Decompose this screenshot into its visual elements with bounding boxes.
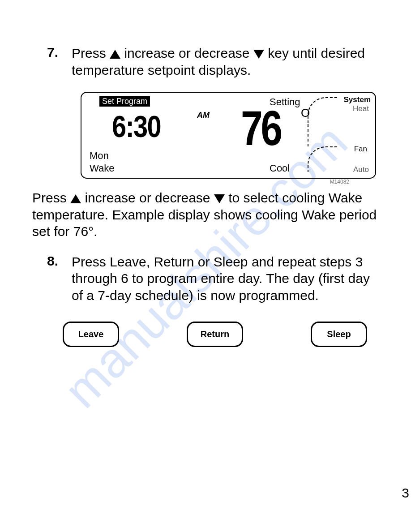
pointer-line-vert [308,124,308,146]
system-pointer-line [308,97,338,125]
sleep-button[interactable]: Sleep [311,322,367,347]
caption-a: Press [32,190,70,205]
step-8-number: 8. [27,253,72,304]
return-button[interactable]: Return [187,322,243,347]
period-label: Wake [90,163,114,174]
fan-label: Fan [354,145,367,154]
leave-button[interactable]: Leave [63,322,119,347]
cool-label: Cool [270,163,290,174]
step-7: 7. Press increase or decrease key until … [27,45,384,78]
auto-label: Auto [353,165,369,174]
lcd-screen: Set Program Setting System Heat Fan Auto… [81,92,376,179]
page-number: 3 [402,485,409,501]
system-label: System [344,95,371,104]
step-7-number: 7. [27,45,72,78]
ampm-label: AM [197,111,210,120]
step-8: 8. Press Leave, Return or Sleep and repe… [27,253,384,304]
day-label: Mon [90,150,109,162]
step-8-text: Press Leave, Return or Sleep and repeat … [72,253,384,304]
figure-id: M14082 [81,179,349,185]
time-value: 6:30 [112,109,161,144]
heat-label: Heat [353,104,369,113]
down-arrow-icon [253,50,264,59]
caption-text: Press increase or decrease to select coo… [32,189,384,240]
manual-page: 7. Press increase or decrease key until … [0,0,411,365]
temperature-value: 76 [241,103,280,153]
caption-b: increase or decrease [85,190,214,205]
down-arrow-icon [214,194,225,203]
up-arrow-icon [110,50,120,59]
period-buttons-row: Leave Return Sleep [63,322,367,347]
fan-pointer-line [308,146,338,172]
up-arrow-icon [70,194,81,203]
step7-text-b: increase or decrease [124,46,253,60]
step-7-text: Press increase or decrease key until des… [72,45,384,78]
set-program-badge: Set Program [99,96,150,107]
thermostat-display-figure: Set Program Setting System Heat Fan Auto… [81,92,376,185]
step7-text-a: Press [72,46,110,60]
